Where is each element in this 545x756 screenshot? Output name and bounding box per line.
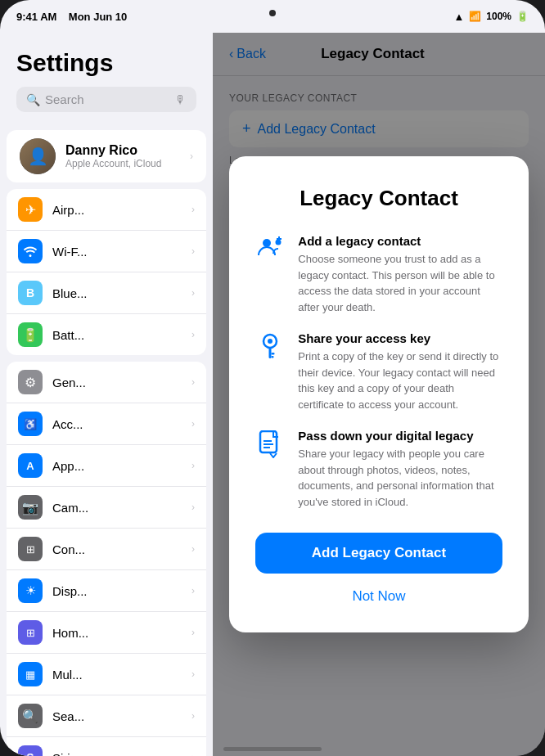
main-content: Settings 🔍 Search 🎙 👤 Danny Rico Apple A…: [0, 33, 545, 756]
sidebar-label-display: Disp...: [52, 584, 182, 598]
feature-body-digital-legacy: Share your legacy with people you care a…: [298, 446, 502, 510]
chevron-icon: ›: [191, 245, 195, 257]
right-panel: ‹ Back Legacy Contact YOUR LEGACY CONTAC…: [213, 33, 545, 756]
chevron-icon: ›: [191, 627, 195, 638]
sidebar-label-homescreen: Hom...: [52, 626, 182, 640]
sidebar-item-camera[interactable]: 📷 Cam... ›: [7, 487, 206, 529]
search-setting-icon: 🔍: [18, 704, 43, 728]
feature-item-add-contact: Add a legacy contact Choose someone you …: [255, 234, 502, 315]
chevron-icon: ›: [191, 376, 195, 388]
chevron-icon: ›: [191, 668, 195, 680]
svg-point-5: [268, 339, 272, 344]
digital-legacy-icon-wrap: [255, 430, 285, 458]
status-time: 9:41 AM Mon Jun 10: [16, 11, 127, 23]
sidebar-label-multitasking: Mul...: [52, 668, 182, 682]
airplane-icon: ✈: [18, 197, 43, 222]
user-account-row[interactable]: 👤 Danny Rico Apple Account, iCloud ›: [7, 130, 206, 182]
wifi-icon: ▲: [453, 11, 464, 23]
sidebar-item-accessibility[interactable]: ♿ Acc... ›: [7, 403, 206, 445]
chevron-icon: ›: [191, 460, 195, 471]
sidebar-label-accessibility: Acc...: [52, 417, 182, 431]
svg-rect-6: [269, 347, 272, 358]
user-subtitle: Apple Account, iCloud: [65, 158, 180, 169]
sidebar-label-search: Sea...: [52, 709, 182, 723]
feature-heading-add-contact: Add a legacy contact: [298, 234, 502, 248]
sidebar-label-appstore: App...: [52, 459, 182, 473]
battery-indicator: 100%: [486, 11, 511, 22]
sidebar-label-siri: Siri...: [52, 751, 182, 757]
siri-icon: S: [18, 745, 43, 756]
legacy-contact-modal: Legacy Contact: [229, 156, 528, 632]
sidebar-item-airplane[interactable]: ✈ Airp... ›: [7, 189, 206, 231]
feature-item-digital-legacy: Pass down your digital legacy Share your…: [255, 429, 502, 510]
modal-not-now-button[interactable]: Not Now: [255, 583, 502, 610]
feature-body-share-key: Print a copy of the key or send it direc…: [298, 349, 502, 412]
general-icon: ⚙: [18, 370, 43, 394]
sidebar-item-search[interactable]: 🔍 Sea... ›: [7, 695, 206, 737]
camera-icon: 📷: [18, 495, 43, 520]
sidebar-item-general[interactable]: ⚙ Gen... ›: [7, 362, 206, 403]
user-info: Danny Rico Apple Account, iCloud: [65, 143, 180, 169]
chevron-right-icon: ›: [190, 151, 193, 162]
sidebar-item-appstore[interactable]: A App... ›: [7, 445, 206, 487]
feature-text-add-contact: Add a legacy contact Choose someone you …: [298, 234, 502, 315]
homescreen-icon: ⊞: [18, 620, 43, 645]
share-key-icon-wrap: [255, 333, 285, 361]
modal-add-legacy-button[interactable]: Add Legacy Contact: [255, 533, 502, 574]
settings-section-connectivity: ✈ Airp... › Wi-F... › B Blue... ›: [7, 189, 206, 355]
settings-section-system: ⚙ Gen... › ♿ Acc... › A App... › 📷 Cam..…: [7, 362, 206, 756]
multitasking-icon: ▦: [18, 662, 43, 686]
sidebar-item-homescreen[interactable]: ⊞ Hom... ›: [7, 612, 206, 654]
status-bar: 9:41 AM Mon Jun 10 ▲ 📶 100% 🔋: [0, 0, 545, 33]
wifi-setting-icon: [18, 239, 43, 263]
feature-list: Add a legacy contact Choose someone you …: [255, 234, 502, 510]
sidebar-item-wifi[interactable]: Wi-F... ›: [7, 231, 206, 272]
chevron-icon: ›: [191, 585, 195, 596]
key-icon: [260, 333, 280, 361]
appstore-icon: A: [18, 453, 43, 478]
wifi-signal-icon: 📶: [469, 11, 481, 22]
avatar: 👤: [20, 138, 56, 174]
display-icon: ☀: [18, 578, 43, 603]
feature-body-add-contact: Choose someone you trust to add as a leg…: [298, 251, 502, 315]
battery-setting-icon: 🔋: [18, 322, 43, 347]
add-contact-icon: [257, 236, 283, 259]
microphone-icon: 🎙: [175, 93, 187, 106]
svg-point-0: [263, 239, 271, 247]
chevron-icon: ›: [191, 204, 195, 215]
feature-item-share-key: Share your access key Print a copy of th…: [255, 331, 502, 412]
feature-text-digital-legacy: Pass down your digital legacy Share your…: [298, 429, 502, 510]
sidebar-label-general: Gen...: [52, 376, 182, 389]
sidebar-item-control[interactable]: ⊞ Con... ›: [7, 529, 206, 570]
chevron-icon: ›: [191, 752, 195, 756]
sidebar-label-bluetooth: Blue...: [52, 286, 182, 300]
ipad-frame: 9:41 AM Mon Jun 10 ▲ 📶 100% 🔋 Settings 🔍…: [0, 0, 545, 756]
sidebar-item-display[interactable]: ☀ Disp... ›: [7, 570, 206, 612]
status-indicators: ▲ 📶 100% 🔋: [453, 11, 529, 23]
avatar-image: 👤: [20, 138, 56, 174]
accessibility-icon: ♿: [18, 412, 43, 436]
document-icon: [259, 430, 282, 458]
camera-dot: [269, 10, 276, 16]
add-contact-icon-wrap: [255, 236, 285, 259]
bluetooth-icon: B: [18, 281, 43, 305]
sidebar-label-airplane: Airp...: [52, 203, 182, 217]
search-input[interactable]: Search: [45, 92, 170, 106]
sidebar-item-bluetooth[interactable]: B Blue... ›: [7, 272, 206, 314]
search-icon: 🔍: [26, 93, 40, 106]
feature-text-share-key: Share your access key Print a copy of th…: [298, 331, 502, 412]
feature-heading-share-key: Share your access key: [298, 331, 502, 345]
sidebar-label-camera: Cam...: [52, 501, 182, 515]
settings-title: Settings: [16, 49, 196, 77]
sidebar-item-multitasking[interactable]: ▦ Mul... ›: [7, 654, 206, 695]
sidebar-item-siri[interactable]: S Siri... ›: [7, 737, 206, 756]
search-bar[interactable]: 🔍 Search 🎙: [16, 87, 196, 112]
modal-overlay: Legacy Contact: [213, 33, 545, 756]
user-name: Danny Rico: [65, 143, 180, 158]
battery-icon: 🔋: [516, 11, 529, 22]
sidebar-item-battery[interactable]: 🔋 Batt... ›: [7, 314, 206, 355]
chevron-icon: ›: [191, 502, 195, 513]
sidebar-label-battery: Batt...: [52, 328, 182, 342]
svg-rect-7: [272, 353, 275, 355]
chevron-icon: ›: [191, 287, 195, 299]
